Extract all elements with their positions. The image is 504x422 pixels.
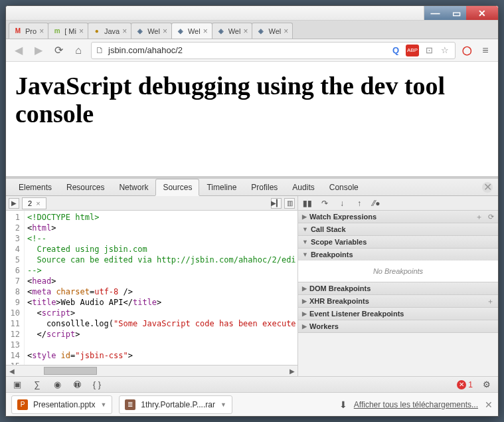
devtools-tab-sources[interactable]: Sources — [155, 179, 199, 195]
devtools-close-button[interactable]: ✕ — [482, 182, 493, 193]
tab-close-icon[interactable]: × — [243, 27, 248, 36]
home-button[interactable]: ⌂ — [71, 43, 86, 58]
downloads-bar-close-button[interactable]: ✕ — [485, 399, 493, 410]
section-event-listener-breakpoints: ▶Event Listener Breakpoints — [298, 308, 498, 320]
navigator-toggle-button[interactable]: ▶ — [9, 198, 19, 209]
extension-icon[interactable]: ◯ — [461, 45, 473, 56]
section-header[interactable]: ▼Breakpoints — [298, 249, 498, 261]
pause-on-exceptions-button[interactable]: ▮▮ — [71, 379, 83, 391]
console-toggle-button[interactable]: ∑ — [31, 379, 43, 391]
run-snippet-button[interactable]: ▶▎ — [271, 198, 282, 209]
devtools-tab-elements[interactable]: Elements — [11, 179, 59, 195]
deactivate-breakpoints-button[interactable]: ⁄⁄● — [371, 198, 382, 209]
tab-close-icon[interactable]: × — [284, 27, 288, 36]
tab-label: Pro — [25, 27, 37, 35]
tab-label: Wel — [188, 27, 201, 35]
section-header[interactable]: ▼Scope Variables — [298, 236, 498, 248]
tab-close-icon[interactable]: × — [122, 27, 127, 36]
source-file-tabs: ▶ 2 × ▶▎ ▥ — [6, 196, 297, 211]
line-gutter: 1 2 3 4 5 6 7 8 9 10 11 12 13 14 15 16 — [6, 211, 25, 365]
section-header[interactable]: ▼Call Stack — [298, 223, 498, 235]
refresh-icon[interactable]: ⟳ — [488, 213, 494, 221]
browser-tab[interactable]: ◈Wel× — [212, 23, 253, 39]
devtools-panel: ElementsResourcesNetworkSourcesTimelineP… — [6, 176, 498, 392]
disclosure-triangle-icon: ▼ — [302, 226, 308, 233]
section-header[interactable]: ▶DOM Breakpoints — [298, 282, 498, 294]
devtools-tab-console[interactable]: Console — [322, 179, 366, 195]
tab-label: Java — [104, 27, 120, 35]
section-header[interactable]: ▶Watch Expressions＋⟳ — [298, 211, 498, 223]
page-viewport: JavaScript debugging using the dev tool … — [6, 62, 498, 176]
code-editor[interactable]: 1 2 3 4 5 6 7 8 9 10 11 12 13 14 15 16 <… — [6, 211, 297, 365]
settings-gear-icon[interactable]: ⚙ — [481, 379, 493, 391]
debugger-sidebar: ▮▮ ↷ ↓ ↑ ⁄⁄● ▶Watch Expressions＋⟳▼Call S… — [298, 196, 498, 376]
browser-tab[interactable]: ◈Wel× — [131, 23, 172, 39]
scroll-left-arrow[interactable]: ◀ — [6, 366, 17, 376]
dock-button[interactable]: ▣ — [11, 379, 23, 391]
tab-close-icon[interactable]: × — [39, 27, 44, 36]
debugger-toolbar: ▮▮ ↷ ↓ ↑ ⁄⁄● — [298, 196, 498, 211]
step-over-button[interactable]: ↷ — [319, 198, 330, 209]
download-menu-caret-icon[interactable]: ▼ — [100, 401, 106, 408]
section-label: Breakpoints — [311, 251, 353, 259]
tab-close-icon[interactable]: × — [163, 27, 167, 36]
tab-label: Wel — [268, 27, 281, 35]
section-header[interactable]: ▶Event Listener Breakpoints — [298, 308, 498, 320]
browser-tab[interactable]: ◈Wel× — [171, 23, 212, 39]
devtools-tab-profiles[interactable]: Profiles — [244, 179, 285, 195]
section-header[interactable]: ▶Workers — [298, 320, 498, 332]
window-close-button[interactable]: ✕ — [466, 6, 498, 20]
adblock-icon[interactable]: ABP — [406, 45, 419, 56]
add-icon[interactable]: ＋ — [487, 296, 494, 306]
forward-button[interactable]: ▶ — [31, 43, 46, 58]
step-out-button[interactable]: ↑ — [354, 198, 365, 209]
tab-favicon: m — [52, 27, 62, 36]
download-item[interactable]: ≣1thry.Portable.P....rar▼ — [119, 395, 232, 414]
error-indicator[interactable]: ✕ 1 — [457, 380, 473, 389]
bookmark-star-icon[interactable]: ☆ — [439, 45, 451, 56]
devtools-tab-network[interactable]: Network — [112, 179, 155, 195]
close-file-icon[interactable]: × — [36, 199, 40, 207]
pause-button[interactable]: ▮▮ — [302, 198, 313, 209]
section-watch-expressions: ▶Watch Expressions＋⟳ — [298, 211, 498, 223]
tab-close-icon[interactable]: × — [203, 27, 208, 36]
browser-tab[interactable]: ●Java× — [88, 23, 131, 39]
scroll-right-arrow[interactable]: ▶ — [286, 366, 297, 376]
search-provider-icon[interactable]: Q — [390, 45, 402, 56]
back-button[interactable]: ◀ — [11, 43, 26, 58]
file-type-icon: ≣ — [125, 399, 135, 410]
section-header[interactable]: ▶XHR Breakpoints＋ — [298, 295, 498, 307]
add-icon[interactable]: ＋ — [475, 212, 483, 222]
reload-button[interactable]: ⟳ — [51, 43, 66, 58]
pretty-print-button[interactable]: { } — [91, 379, 103, 391]
download-item[interactable]: PPresentation.pptx▼ — [11, 395, 112, 414]
download-filename: Presentation.pptx — [33, 400, 95, 409]
address-bar[interactable]: 🗋 jsbin.com/ahahoc/2 Q ABP ⊡ ☆ — [91, 42, 456, 59]
element-picker-button[interactable]: ◉ — [51, 379, 63, 391]
debugger-toggle-button[interactable]: ▥ — [284, 198, 295, 209]
tab-favicon: M — [13, 27, 23, 36]
browser-tab[interactable]: MPro× — [9, 23, 48, 39]
devtools-tab-timeline[interactable]: Timeline — [199, 179, 244, 195]
bookmark-outline-icon[interactable]: ⊡ — [423, 45, 435, 56]
browser-tab[interactable]: m[ Mi× — [48, 23, 88, 39]
window-maximize-button[interactable]: ▭ — [446, 6, 466, 20]
window-minimize-button[interactable]: — — [424, 6, 446, 20]
scroll-thumb[interactable] — [44, 367, 97, 375]
horizontal-scrollbar[interactable]: ◀ ▶ — [6, 365, 297, 376]
chrome-menu-button[interactable]: ≡ — [478, 43, 493, 58]
tab-label: [ Mi — [64, 27, 76, 35]
browser-tabstrip: MPro×m[ Mi×●Java×◈Wel×◈Wel×◈Wel×◈Wel× — [6, 21, 498, 39]
show-all-downloads-link[interactable]: Afficher tous les téléchargements... — [354, 400, 478, 409]
devtools-tab-resources[interactable]: Resources — [59, 179, 112, 195]
download-menu-caret-icon[interactable]: ▼ — [220, 401, 226, 408]
scroll-track[interactable] — [17, 366, 286, 376]
devtools-tab-audits[interactable]: Audits — [285, 179, 321, 195]
step-into-button[interactable]: ↓ — [337, 198, 347, 209]
page-heading: JavaScript debugging using the dev tool … — [15, 72, 489, 128]
section-label: Watch Expressions — [309, 213, 377, 221]
section-call-stack: ▼Call Stack — [298, 223, 498, 236]
source-file-tab[interactable]: 2 × — [22, 197, 46, 209]
tab-close-icon[interactable]: × — [79, 27, 84, 36]
browser-tab[interactable]: ◈Wel× — [252, 23, 293, 39]
